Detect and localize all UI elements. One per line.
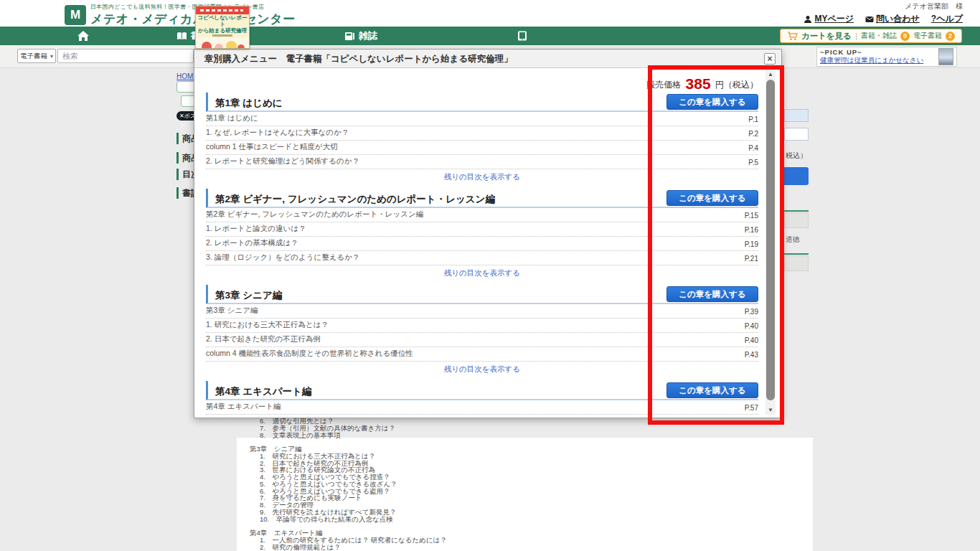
nav-ebooks[interactable] — [517, 27, 528, 45]
price-line: 販売価格 385 円（税込） — [206, 74, 758, 93]
chapter-header: 第2章 ビギナー, フレッシュマンのためのレポート・レッスン編 この章を購入する — [206, 189, 758, 208]
buy-chapter-button[interactable]: この章を購入する — [666, 286, 758, 302]
cover-title-line2: から始まる研究倫理 — [196, 27, 249, 34]
toc-row: 第2章 ビギナー, フレッシュマンのためのレポート・レッスン編P.15 — [206, 208, 758, 222]
background-button-fragment — [784, 167, 809, 185]
close-icon[interactable]: × — [764, 53, 776, 65]
person-icon — [804, 15, 812, 24]
cart-icon — [787, 32, 798, 41]
price-value: 385 — [684, 75, 713, 92]
nav-home[interactable] — [77, 27, 89, 45]
toc-row-text: 第1章 はじめに — [206, 113, 258, 126]
toc-row: column 1 仕事はスピードと精度が大切P.4 — [206, 141, 758, 155]
toc-row-page: P.2 — [748, 130, 758, 140]
pickup-link[interactable]: 健康管理は従業員にまかせなさい — [820, 56, 934, 65]
background-button-fragment — [181, 95, 194, 107]
site-logo[interactable]: M 日本国内どこでも送料無料！医学書・医学誌専門オンライン書店 メテオ・メディカ… — [65, 3, 296, 27]
show-more-link[interactable]: 残りの目次を表示する — [206, 169, 758, 184]
cover-title-line1: コピペしないレポート — [196, 14, 249, 27]
scrollbar-thumb[interactable] — [766, 80, 775, 400]
site-header: M 日本国内どこでも送料無料！医学書・医学誌専門オンライン書店 メテオ・メディカ… — [0, 0, 980, 27]
price-label: 販売価格 — [646, 80, 681, 90]
contact-label: 問い合わせ — [876, 13, 920, 25]
bg-toc-line: 8. 文章表現上の基本事項 — [250, 432, 795, 439]
chapter-header: 第4章 エキスパート編 この章を購入する — [206, 381, 758, 400]
background-left-fragments: HOME ✕ポスト 商品 商品 目次 書評 — [176, 68, 194, 283]
toc-row-text: 第4章 エキスパート編 — [206, 402, 281, 414]
background-right-fragments: （税込） 道徳 — [784, 68, 827, 413]
toc-row-text: 2. レポートと研究倫理はどう関係するのか？ — [206, 156, 359, 169]
toc-row-page: P.16 — [745, 226, 758, 236]
pickup-thumbnail[interactable] — [938, 48, 953, 65]
toc-row-text: column 1 仕事はスピードと精度が大切 — [206, 142, 338, 154]
modal-scrollbar[interactable]: ▲ ▼ — [765, 70, 776, 415]
chapter-rows: 第4章 エキスパート編P.57 — [206, 400, 758, 415]
logged-in-user: メテオ営業部 様 — [804, 1, 963, 11]
toc-row: 第3章 シニア編P.39 — [206, 304, 758, 319]
cart-bookmag-label: 書籍・雑誌 — [861, 31, 897, 41]
background-button-fragment — [176, 81, 194, 93]
chapter-header: 第3章 シニア編 この章を購入する — [206, 285, 758, 304]
toc-row: column 4 機能性表示食品制度とその世界初と称される優位性P.43 — [206, 347, 758, 362]
show-more-link[interactable]: 残りの目次を表示する — [206, 362, 758, 377]
toc-row-page: P.19 — [745, 240, 758, 250]
toc-row-page: P.40 — [745, 322, 758, 332]
toc-row: 1. なぜ, レポートはそんなに大事なのか？P.2 — [206, 126, 758, 141]
mypage-label: MYページ — [814, 13, 854, 25]
chapter-title: 第4章 エキスパート編 — [215, 386, 311, 397]
chapter-section: 第3章 シニア編 この章を購入する 第3章 シニア編P.391. 研究における三… — [206, 285, 758, 377]
chapter-title: 第1章 はじめに — [215, 98, 283, 108]
scroll-down-icon[interactable]: ▼ — [765, 405, 776, 415]
toc-row-page: P.43 — [745, 351, 758, 361]
chapter-title: 第2章 ビギナー, フレッシュマンのためのレポート・レッスン編 — [215, 194, 495, 204]
chapter-section: 第4章 エキスパート編 この章を購入する 第4章 エキスパート編P.57 — [206, 381, 758, 418]
price-suffix: 円（税込） — [715, 80, 758, 90]
book-cover-thumbnail: コピペしないレポート から始まる研究倫理 — [195, 6, 250, 49]
toc-row-text: 2. 日本で起きた研究の不正行為例 — [206, 334, 321, 347]
chapter-section: 第2章 ビギナー, フレッシュマンのためのレポート・レッスン編 この章を購入する… — [206, 189, 758, 281]
cart-label: カートを見る — [801, 31, 852, 42]
bg-toc-line: 7. 身を守るためにも実験ノート — [250, 494, 795, 501]
scroll-up-icon[interactable]: ▲ — [765, 70, 776, 79]
background-section-label: 商品 — [176, 152, 194, 164]
nav-magazines-label: 雑誌 — [359, 29, 377, 42]
buy-chapter-button[interactable]: この章を購入する — [666, 382, 758, 398]
toc-row: 1. レポートと論文の違いは？P.16 — [206, 222, 758, 237]
search-input[interactable] — [57, 49, 194, 63]
toc-row-text: 1. なぜ, レポートはそんなに大事なのか？ — [206, 128, 349, 140]
logo-mark-icon: M — [65, 5, 86, 25]
bg-toc-line: 10. 卒論等での得られた結果の入念な点検 — [250, 516, 795, 523]
toc-row-page: P.4 — [748, 144, 758, 154]
toc-row-text: 2. レポートの基本構成は？ — [206, 238, 298, 250]
toc-row-text: 1. 研究における三大不正行為とは？ — [206, 320, 329, 332]
book-icon — [176, 32, 187, 41]
cover-illustration — [196, 37, 249, 49]
help-link[interactable]: ?ヘルプ — [931, 13, 963, 25]
chevron-down-icon: ▾ — [50, 53, 53, 60]
toc-row: 第4章 エキスパート編P.57 — [206, 400, 758, 415]
background-tax-text: （税込） — [778, 151, 807, 161]
background-section-label: 目次 — [176, 169, 194, 180]
search-category-select[interactable]: 電子書籍 ▾ — [17, 49, 56, 63]
logo-tagline: 日本国内どこでも送料無料！医学書・医学誌専門オンライン書店 — [90, 3, 296, 11]
toc-row: 2. レポートの基本構成は？P.19 — [206, 237, 758, 251]
cart-separator: | — [855, 32, 857, 40]
background-toc: 6. 適切な引用先とは？7. 参考（引用）文献の具体的な書き方は？8. 文章表現… — [250, 418, 795, 550]
cart-ebook-count-badge: 2 — [946, 32, 955, 41]
chapter-purchase-modal: 章別購入メニュー 電子書籍「コピペしないレポートから始まる研究倫理」 × 販売価… — [194, 49, 782, 418]
background-table-header-fragment — [784, 212, 809, 228]
show-more-link[interactable]: 残りの目次を表示する — [206, 265, 758, 281]
background-table-header-fragment — [784, 255, 809, 271]
mypage-link[interactable]: MYページ — [804, 13, 854, 25]
cover-banner — [196, 6, 249, 14]
toc-row-page: P.15 — [745, 212, 758, 222]
toc-row-text: 1. レポートと論文の違いは？ — [206, 224, 306, 236]
magazine-icon — [344, 32, 355, 41]
main-nav: 書籍 雑誌 カートを見る | 書籍・雑誌 0 電子書籍 2 — [0, 27, 980, 45]
view-cart-button[interactable]: カートを見る | 書籍・雑誌 0 電子書籍 2 — [780, 29, 962, 43]
contact-link[interactable]: 問い合わせ — [865, 13, 920, 25]
buy-chapter-button[interactable]: この章を購入する — [666, 94, 758, 110]
buy-chapter-button[interactable]: この章を購入する — [666, 190, 758, 206]
toc-row-page: P.57 — [745, 404, 758, 414]
nav-magazines[interactable]: 雑誌 — [344, 27, 377, 45]
